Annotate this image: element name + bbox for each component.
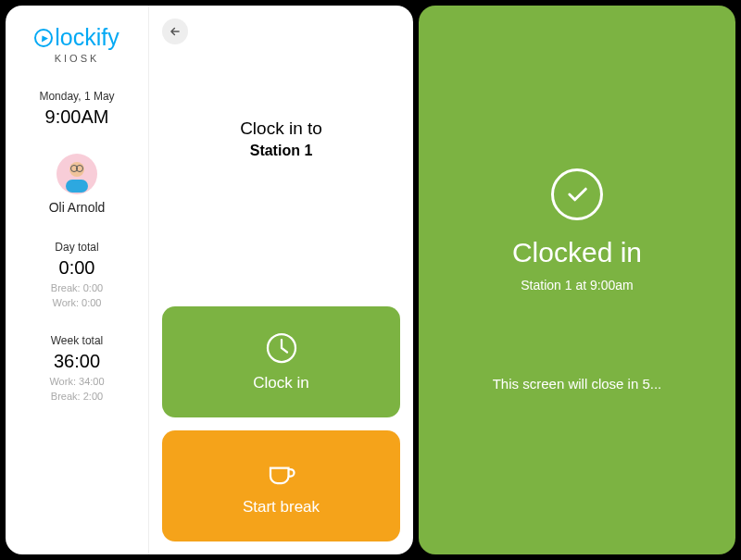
day-total-value: 0:00 <box>51 257 103 279</box>
brand-name: lockify <box>55 24 119 51</box>
svg-rect-3 <box>66 180 88 193</box>
week-work: Work: 34:00 <box>49 376 104 387</box>
date-block: Monday, 1 May 9:00AM <box>39 90 114 128</box>
coffee-cup-icon <box>265 455 298 489</box>
kiosk-main-panel: lockify KIOSK Monday, 1 May 9:00AM Oli A… <box>6 6 413 554</box>
confirmation-panel: Clocked in Station 1 at 9:00am This scre… <box>419 6 735 554</box>
clock-in-button[interactable]: Clock in <box>162 306 400 417</box>
clock-logo-icon <box>34 29 53 47</box>
confirm-title: Clocked in <box>512 237 642 268</box>
day-total-block: Day total 0:00 Break: 0:00 Work: 0:00 <box>51 241 103 308</box>
heading-text: Clock in to <box>162 118 400 139</box>
confirm-detail: Station 1 at 9:00am <box>521 278 633 292</box>
brand-subtitle: KIOSK <box>55 53 100 64</box>
avatar-icon <box>58 156 95 193</box>
user-block: Oli Arnold <box>49 154 106 215</box>
clock-icon <box>265 331 298 365</box>
week-total-block: Week total 36:00 Work: 34:00 Break: 2:00 <box>49 334 104 402</box>
brand-logo: lockify <box>34 24 119 51</box>
week-total-value: 36:00 <box>49 351 104 372</box>
day-break: Break: 0:00 <box>51 282 103 293</box>
back-button[interactable] <box>162 19 188 44</box>
content-area: Clock in to Station 1 Clock in Start bre… <box>149 6 413 554</box>
arrow-left-icon <box>169 25 182 38</box>
checkmark-icon <box>564 181 590 207</box>
sidebar: lockify KIOSK Monday, 1 May 9:00AM Oli A… <box>6 6 149 554</box>
day-work: Work: 0:00 <box>51 297 103 308</box>
confirm-countdown: This screen will close in 5... <box>493 376 662 392</box>
week-total-label: Week total <box>49 334 104 347</box>
current-time: 9:00AM <box>39 106 114 128</box>
clock-in-label: Clock in <box>253 374 308 392</box>
week-break: Break: 2:00 <box>49 391 104 402</box>
avatar <box>57 154 97 194</box>
start-break-label: Start break <box>243 498 320 516</box>
start-break-button[interactable]: Start break <box>162 430 400 541</box>
day-total-label: Day total <box>51 241 103 254</box>
current-date: Monday, 1 May <box>39 90 114 103</box>
station-name: Station 1 <box>162 143 400 159</box>
action-buttons: Clock in Start break <box>162 306 400 541</box>
check-circle <box>551 168 603 220</box>
clockin-heading: Clock in to Station 1 <box>162 118 400 159</box>
user-name: Oli Arnold <box>49 200 106 215</box>
